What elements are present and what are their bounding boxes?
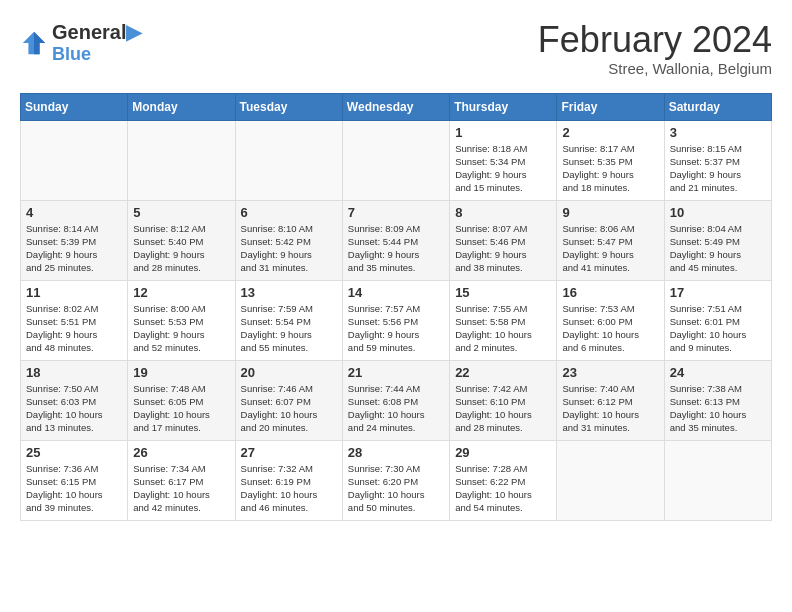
calendar-week-row: 1Sunrise: 8:18 AM Sunset: 5:34 PM Daylig… [21, 120, 772, 200]
day-number: 9 [562, 205, 658, 220]
day-info: Sunrise: 7:57 AM Sunset: 5:56 PM Dayligh… [348, 302, 444, 355]
weekday-header: Monday [128, 93, 235, 120]
day-info: Sunrise: 8:07 AM Sunset: 5:46 PM Dayligh… [455, 222, 551, 275]
weekday-header: Friday [557, 93, 664, 120]
day-number: 4 [26, 205, 122, 220]
day-info: Sunrise: 7:46 AM Sunset: 6:07 PM Dayligh… [241, 382, 337, 435]
day-info: Sunrise: 7:50 AM Sunset: 6:03 PM Dayligh… [26, 382, 122, 435]
calendar-cell: 27Sunrise: 7:32 AM Sunset: 6:19 PM Dayli… [235, 440, 342, 520]
calendar-table: SundayMondayTuesdayWednesdayThursdayFrid… [20, 93, 772, 521]
calendar-cell: 10Sunrise: 8:04 AM Sunset: 5:49 PM Dayli… [664, 200, 771, 280]
day-info: Sunrise: 8:12 AM Sunset: 5:40 PM Dayligh… [133, 222, 229, 275]
calendar-cell: 21Sunrise: 7:44 AM Sunset: 6:08 PM Dayli… [342, 360, 449, 440]
calendar-cell: 19Sunrise: 7:48 AM Sunset: 6:05 PM Dayli… [128, 360, 235, 440]
calendar-week-row: 4Sunrise: 8:14 AM Sunset: 5:39 PM Daylig… [21, 200, 772, 280]
day-info: Sunrise: 8:09 AM Sunset: 5:44 PM Dayligh… [348, 222, 444, 275]
day-number: 6 [241, 205, 337, 220]
day-number: 17 [670, 285, 766, 300]
calendar-cell: 1Sunrise: 8:18 AM Sunset: 5:34 PM Daylig… [450, 120, 557, 200]
weekday-header: Saturday [664, 93, 771, 120]
day-info: Sunrise: 7:32 AM Sunset: 6:19 PM Dayligh… [241, 462, 337, 515]
day-info: Sunrise: 8:15 AM Sunset: 5:37 PM Dayligh… [670, 142, 766, 195]
day-info: Sunrise: 8:18 AM Sunset: 5:34 PM Dayligh… [455, 142, 551, 195]
calendar-cell: 18Sunrise: 7:50 AM Sunset: 6:03 PM Dayli… [21, 360, 128, 440]
calendar-cell: 24Sunrise: 7:38 AM Sunset: 6:13 PM Dayli… [664, 360, 771, 440]
calendar-week-row: 11Sunrise: 8:02 AM Sunset: 5:51 PM Dayli… [21, 280, 772, 360]
calendar-cell: 14Sunrise: 7:57 AM Sunset: 5:56 PM Dayli… [342, 280, 449, 360]
logo-icon [20, 29, 48, 57]
calendar-cell [21, 120, 128, 200]
calendar-cell [128, 120, 235, 200]
day-number: 23 [562, 365, 658, 380]
day-number: 25 [26, 445, 122, 460]
calendar-cell: 22Sunrise: 7:42 AM Sunset: 6:10 PM Dayli… [450, 360, 557, 440]
location-subtitle: Stree, Wallonia, Belgium [538, 60, 772, 77]
calendar-cell: 28Sunrise: 7:30 AM Sunset: 6:20 PM Dayli… [342, 440, 449, 520]
calendar-cell [664, 440, 771, 520]
day-number: 12 [133, 285, 229, 300]
calendar-cell: 6Sunrise: 8:10 AM Sunset: 5:42 PM Daylig… [235, 200, 342, 280]
logo-text: General▶ Blue [52, 20, 141, 65]
day-info: Sunrise: 8:06 AM Sunset: 5:47 PM Dayligh… [562, 222, 658, 275]
calendar-cell [557, 440, 664, 520]
weekday-header: Thursday [450, 93, 557, 120]
day-info: Sunrise: 7:48 AM Sunset: 6:05 PM Dayligh… [133, 382, 229, 435]
calendar-cell: 3Sunrise: 8:15 AM Sunset: 5:37 PM Daylig… [664, 120, 771, 200]
day-number: 11 [26, 285, 122, 300]
day-info: Sunrise: 7:36 AM Sunset: 6:15 PM Dayligh… [26, 462, 122, 515]
calendar-cell: 5Sunrise: 8:12 AM Sunset: 5:40 PM Daylig… [128, 200, 235, 280]
calendar-cell: 20Sunrise: 7:46 AM Sunset: 6:07 PM Dayli… [235, 360, 342, 440]
day-number: 5 [133, 205, 229, 220]
calendar-cell: 8Sunrise: 8:07 AM Sunset: 5:46 PM Daylig… [450, 200, 557, 280]
day-info: Sunrise: 7:42 AM Sunset: 6:10 PM Dayligh… [455, 382, 551, 435]
calendar-cell: 26Sunrise: 7:34 AM Sunset: 6:17 PM Dayli… [128, 440, 235, 520]
calendar-cell: 16Sunrise: 7:53 AM Sunset: 6:00 PM Dayli… [557, 280, 664, 360]
day-number: 13 [241, 285, 337, 300]
day-info: Sunrise: 7:28 AM Sunset: 6:22 PM Dayligh… [455, 462, 551, 515]
day-info: Sunrise: 7:55 AM Sunset: 5:58 PM Dayligh… [455, 302, 551, 355]
day-number: 7 [348, 205, 444, 220]
day-number: 26 [133, 445, 229, 460]
day-info: Sunrise: 8:17 AM Sunset: 5:35 PM Dayligh… [562, 142, 658, 195]
weekday-header: Sunday [21, 93, 128, 120]
day-info: Sunrise: 7:38 AM Sunset: 6:13 PM Dayligh… [670, 382, 766, 435]
calendar-cell: 4Sunrise: 8:14 AM Sunset: 5:39 PM Daylig… [21, 200, 128, 280]
day-info: Sunrise: 8:02 AM Sunset: 5:51 PM Dayligh… [26, 302, 122, 355]
calendar-cell: 23Sunrise: 7:40 AM Sunset: 6:12 PM Dayli… [557, 360, 664, 440]
day-info: Sunrise: 7:30 AM Sunset: 6:20 PM Dayligh… [348, 462, 444, 515]
calendar-cell: 25Sunrise: 7:36 AM Sunset: 6:15 PM Dayli… [21, 440, 128, 520]
day-info: Sunrise: 7:44 AM Sunset: 6:08 PM Dayligh… [348, 382, 444, 435]
weekday-header: Wednesday [342, 93, 449, 120]
title-block: February 2024 Stree, Wallonia, Belgium [538, 20, 772, 77]
day-number: 18 [26, 365, 122, 380]
calendar-cell: 11Sunrise: 8:02 AM Sunset: 5:51 PM Dayli… [21, 280, 128, 360]
calendar-cell: 13Sunrise: 7:59 AM Sunset: 5:54 PM Dayli… [235, 280, 342, 360]
calendar-cell: 9Sunrise: 8:06 AM Sunset: 5:47 PM Daylig… [557, 200, 664, 280]
day-number: 14 [348, 285, 444, 300]
day-number: 28 [348, 445, 444, 460]
day-number: 2 [562, 125, 658, 140]
calendar-cell: 15Sunrise: 7:55 AM Sunset: 5:58 PM Dayli… [450, 280, 557, 360]
calendar-cell [342, 120, 449, 200]
day-number: 15 [455, 285, 551, 300]
calendar-cell: 7Sunrise: 8:09 AM Sunset: 5:44 PM Daylig… [342, 200, 449, 280]
calendar-cell: 2Sunrise: 8:17 AM Sunset: 5:35 PM Daylig… [557, 120, 664, 200]
day-number: 21 [348, 365, 444, 380]
day-info: Sunrise: 8:00 AM Sunset: 5:53 PM Dayligh… [133, 302, 229, 355]
month-title: February 2024 [538, 20, 772, 60]
day-number: 3 [670, 125, 766, 140]
day-info: Sunrise: 8:04 AM Sunset: 5:49 PM Dayligh… [670, 222, 766, 275]
calendar-week-row: 25Sunrise: 7:36 AM Sunset: 6:15 PM Dayli… [21, 440, 772, 520]
day-number: 24 [670, 365, 766, 380]
weekday-header: Tuesday [235, 93, 342, 120]
day-info: Sunrise: 7:40 AM Sunset: 6:12 PM Dayligh… [562, 382, 658, 435]
calendar-cell: 29Sunrise: 7:28 AM Sunset: 6:22 PM Dayli… [450, 440, 557, 520]
day-info: Sunrise: 7:53 AM Sunset: 6:00 PM Dayligh… [562, 302, 658, 355]
day-info: Sunrise: 7:34 AM Sunset: 6:17 PM Dayligh… [133, 462, 229, 515]
day-number: 16 [562, 285, 658, 300]
day-info: Sunrise: 7:51 AM Sunset: 6:01 PM Dayligh… [670, 302, 766, 355]
page-header: General▶ Blue February 2024 Stree, Wallo… [20, 20, 772, 77]
calendar-cell [235, 120, 342, 200]
day-number: 27 [241, 445, 337, 460]
day-info: Sunrise: 8:14 AM Sunset: 5:39 PM Dayligh… [26, 222, 122, 275]
